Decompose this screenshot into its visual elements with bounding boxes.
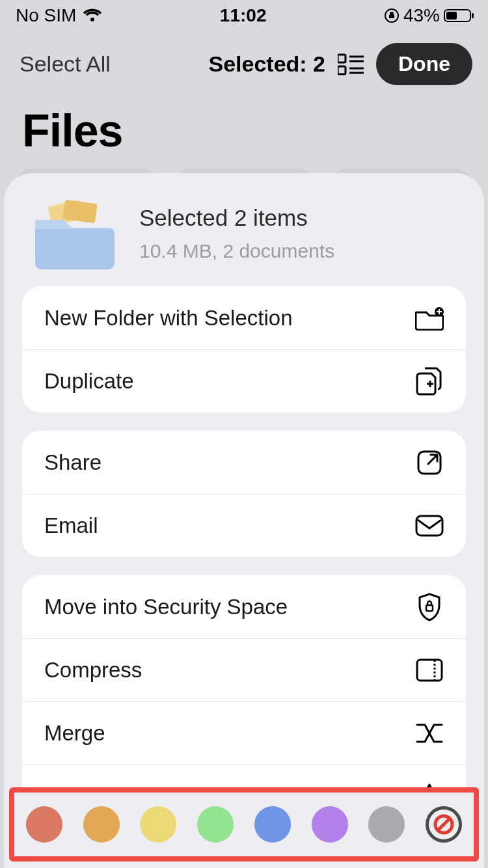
- battery-icon: [444, 8, 475, 23]
- duplicate-icon: [415, 367, 444, 396]
- share-icon: [415, 448, 444, 477]
- tag-clear-button[interactable]: [426, 806, 462, 843]
- svg-rect-2: [446, 12, 457, 20]
- tag-green[interactable]: [197, 806, 234, 843]
- status-bar: No SIM 11:02 43%: [0, 0, 488, 31]
- email-action[interactable]: Email: [22, 494, 466, 557]
- battery-percent: 43%: [403, 5, 440, 26]
- svg-rect-15: [426, 605, 433, 611]
- folder-icon: [30, 198, 115, 269]
- tag-grey[interactable]: [368, 806, 405, 843]
- action-label: New Folder with Selection: [44, 306, 293, 331]
- summary-detail: 10.4 MB, 2 documents: [139, 240, 334, 262]
- shield-lock-icon: [415, 593, 444, 621]
- action-label: Share: [44, 450, 102, 475]
- svg-rect-5: [338, 66, 346, 74]
- tag-yellow[interactable]: [140, 806, 176, 843]
- summary-heading: Selected 2 items: [139, 205, 334, 231]
- compress-action[interactable]: Compress: [22, 638, 466, 701]
- svg-line-19: [438, 819, 450, 830]
- color-tag-bar: [9, 787, 479, 861]
- folder-plus-icon: [415, 304, 444, 332]
- svg-rect-3: [472, 13, 474, 18]
- svg-rect-14: [416, 516, 442, 536]
- tag-purple[interactable]: [312, 806, 348, 843]
- selected-count: Selected: 2: [208, 51, 325, 77]
- selection-summary: Selected 2 items 10.4 MB, 2 documents: [4, 193, 484, 286]
- action-label: Email: [44, 513, 98, 538]
- security-space-action[interactable]: Move into Security Space: [22, 575, 466, 638]
- select-all-button[interactable]: Select All: [20, 51, 111, 77]
- action-label: Merge: [44, 721, 105, 746]
- action-label: Move into Security Space: [44, 595, 288, 619]
- action-group: New Folder with Selection Duplicate: [22, 286, 466, 413]
- mail-icon: [415, 511, 444, 540]
- nav-bar: Select All Selected: 2 Done: [0, 31, 488, 85]
- tag-red[interactable]: [26, 806, 62, 843]
- tag-orange[interactable]: [83, 806, 120, 843]
- action-group: Share Email: [22, 431, 466, 557]
- tag-blue[interactable]: [254, 806, 291, 843]
- status-right: 43%: [384, 5, 475, 26]
- page-title: Files: [0, 85, 488, 169]
- archive-icon: [415, 656, 444, 685]
- svg-rect-4: [338, 55, 346, 62]
- svg-rect-16: [417, 660, 442, 681]
- status-time: 11:02: [220, 5, 267, 26]
- new-folder-action[interactable]: New Folder with Selection: [22, 286, 466, 349]
- action-sheet: Selected 2 items 10.4 MB, 2 documents Ne…: [4, 173, 484, 868]
- done-button[interactable]: Done: [376, 43, 472, 85]
- view-toggle-icon[interactable]: [337, 51, 364, 78]
- orientation-lock-icon: [384, 8, 400, 23]
- wifi-icon: [83, 8, 102, 23]
- duplicate-action[interactable]: Duplicate: [22, 349, 466, 413]
- action-label: Duplicate: [44, 369, 134, 394]
- sim-status: No SIM: [16, 5, 76, 26]
- status-left: No SIM: [16, 5, 102, 26]
- merge-icon: [415, 719, 444, 748]
- action-label: Compress: [44, 658, 142, 683]
- share-action[interactable]: Share: [22, 431, 466, 494]
- merge-action[interactable]: Merge: [22, 701, 466, 765]
